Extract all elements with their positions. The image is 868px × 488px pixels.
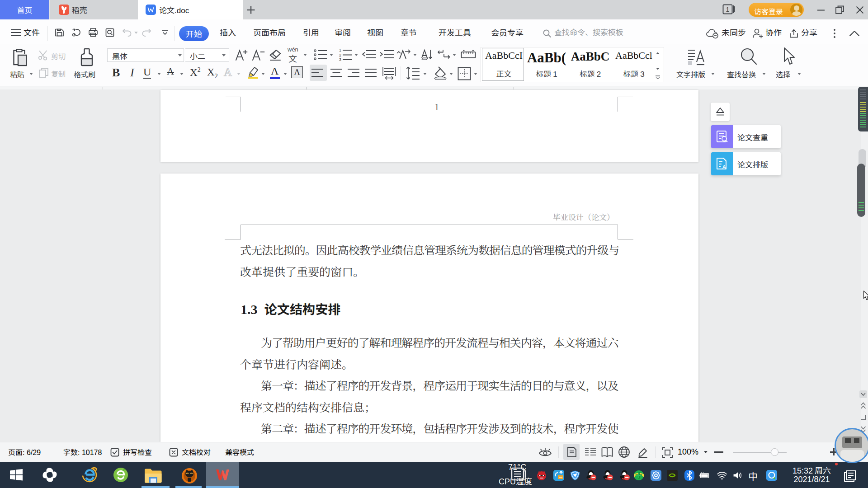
svg-text:A: A [722, 164, 726, 169]
svg-text:1: 1 [339, 48, 341, 52]
svg-text:3: 3 [339, 57, 341, 61]
svg-text:2: 2 [339, 53, 341, 57]
svg-text:1: 1 [726, 6, 730, 13]
